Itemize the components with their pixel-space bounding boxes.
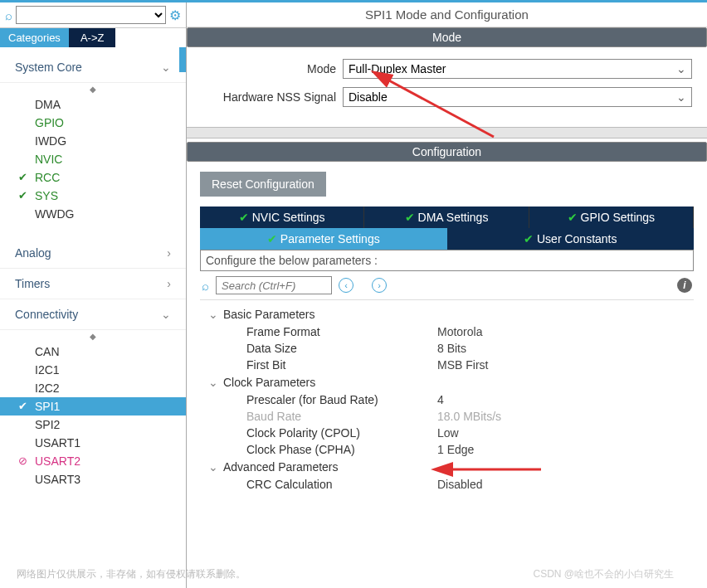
mode-bar: Mode	[187, 27, 707, 47]
ban-icon: ⊘	[18, 454, 27, 467]
tree-item-label: SYS	[35, 189, 58, 202]
chevron-down-icon: ⌄	[161, 308, 171, 321]
tab-categories[interactable]: Categories	[0, 28, 69, 47]
gear-icon[interactable]: ⚙	[169, 7, 181, 23]
tab-parameter[interactable]: ✔Parameter Settings	[200, 228, 447, 250]
check-icon: ✔	[267, 232, 277, 245]
config-body: Reset Configuration ✔NVIC Settings ✔DMA …	[187, 162, 707, 588]
scrollbar[interactable]	[179, 47, 186, 72]
main-panel: SPI1 Mode and Configuration Mode Mode Fu…	[187, 2, 707, 588]
tree-item-i2c2[interactable]: I2C2	[0, 379, 186, 397]
param-row[interactable]: First BitMSB First	[202, 357, 692, 373]
tab-user-constants[interactable]: ✔User Constants	[447, 228, 695, 250]
divider[interactable]	[187, 127, 707, 138]
collapse-icon: ⌄	[208, 308, 218, 321]
check-icon: ✔	[568, 211, 578, 224]
config-tabs: ✔NVIC Settings ✔DMA Settings ✔GPIO Setti…	[200, 207, 694, 250]
param-tree: ⌄Basic Parameters Frame FormatMotorola D…	[200, 300, 694, 498]
tree-item-dma[interactable]: DMA	[0, 95, 186, 114]
param-row[interactable]: Frame FormatMotorola	[202, 323, 692, 340]
tab-dma[interactable]: ✔DMA Settings	[364, 207, 529, 228]
param-row[interactable]: CRC CalculationDisabled	[202, 476, 692, 493]
check-icon: ✔	[405, 211, 415, 224]
nss-select[interactable]: Disable ⌄	[343, 87, 692, 107]
category-label: Analog	[15, 246, 51, 260]
category-label: Connectivity	[15, 308, 78, 321]
tab-nvic[interactable]: ✔NVIC Settings	[200, 207, 364, 228]
chevron-down-icon: ⌄	[676, 62, 686, 75]
tree: System Core ⌄ ◆ DMA GPIO IWDG NVIC ✔RCC …	[0, 47, 186, 588]
tree-item-nvic[interactable]: NVIC	[0, 150, 186, 168]
tree-item-i2c1[interactable]: I2C1	[0, 361, 186, 379]
tree-item-spi1[interactable]: ✔SPI1	[0, 397, 186, 415]
tree-item-iwdg[interactable]: IWDG	[0, 132, 186, 150]
watermark-right: CSDN @啥也不会的小白研究生	[533, 567, 674, 581]
search-dropdown[interactable]	[16, 6, 166, 24]
tree-item-usart1[interactable]: USART1	[0, 434, 186, 452]
mode-form: Mode Full-Duplex Master ⌄ Hardware NSS S…	[187, 47, 707, 127]
chevron-down-icon: ⌄	[161, 61, 171, 74]
collapse-icon: ⌄	[208, 376, 218, 389]
tree-item-wwdg[interactable]: WWDG	[0, 205, 186, 223]
next-button[interactable]: ›	[372, 278, 387, 293]
tree-item-label: RCC	[35, 171, 60, 184]
tree-item-usart3[interactable]: USART3	[0, 470, 186, 488]
collapse-icon: ⌄	[208, 460, 218, 474]
param-search-input[interactable]	[216, 276, 332, 294]
search-row: ⌕ ⚙	[0, 2, 186, 28]
config-bar: Configuration	[187, 142, 707, 162]
search-icon: ⌕	[5, 8, 12, 22]
param-row: Baud Rate18.0 MBits/s	[202, 408, 692, 425]
watermark-left: 网络图片仅供展示，非存储，如有侵权请联系删除。	[17, 567, 246, 581]
param-row[interactable]: Clock Phase (CPHA)1 Edge	[202, 441, 692, 458]
group-basic[interactable]: ⌄Basic Parameters	[202, 305, 692, 323]
param-row[interactable]: Prescaler (for Baud Rate)4	[202, 391, 692, 408]
mode-label: Mode	[202, 62, 343, 75]
nss-label: Hardware NSS Signal	[202, 90, 343, 104]
category-system-core[interactable]: System Core ⌄	[0, 52, 186, 83]
tree-item-sys[interactable]: ✔SYS	[0, 187, 186, 205]
select-value: Full-Duplex Master	[349, 62, 446, 75]
category-analog[interactable]: Analog ›	[0, 238, 186, 269]
tree-item-can[interactable]: CAN	[0, 343, 186, 361]
sidebar: ⌕ ⚙ Categories A->Z System Core ⌄ ◆ DMA …	[0, 2, 187, 588]
tree-item-usart2[interactable]: ⊘USART2	[0, 452, 186, 470]
tree-item-gpio[interactable]: GPIO	[0, 114, 186, 132]
config-hint: Configure the below parameters :	[200, 250, 694, 271]
chevron-down-icon: ⌄	[676, 90, 686, 104]
chevron-right-icon: ›	[167, 246, 171, 260]
param-search-row: ⌕ ‹ › i	[200, 271, 694, 300]
group-clock[interactable]: ⌄Clock Parameters	[202, 373, 692, 391]
prev-button[interactable]: ‹	[339, 278, 354, 293]
mode-select[interactable]: Full-Duplex Master ⌄	[343, 59, 692, 79]
check-icon: ✔	[18, 189, 27, 202]
view-tabs: Categories A->Z	[0, 28, 186, 47]
category-label: System Core	[15, 61, 82, 74]
category-label: Timers	[15, 277, 50, 290]
tab-gpio[interactable]: ✔GPIO Settings	[529, 207, 694, 228]
category-connectivity[interactable]: Connectivity ⌄	[0, 299, 186, 330]
group-advanced[interactable]: ⌄Advanced Parameters	[202, 458, 692, 476]
category-timers[interactable]: Timers ›	[0, 269, 186, 299]
reset-button[interactable]: Reset Configuration	[200, 172, 326, 197]
tree-item-rcc[interactable]: ✔RCC	[0, 168, 186, 187]
info-icon[interactable]: i	[677, 278, 692, 293]
tree-item-label: USART2	[35, 454, 80, 468]
check-icon: ✔	[18, 400, 27, 412]
sort-icon[interactable]: ◆	[0, 83, 186, 95]
search-icon: ⌕	[202, 279, 209, 293]
check-icon: ✔	[239, 211, 249, 224]
param-row[interactable]: Clock Polarity (CPOL)Low	[202, 425, 692, 441]
select-value: Disable	[349, 90, 388, 104]
tree-item-label: SPI1	[35, 400, 60, 413]
chevron-right-icon: ›	[167, 277, 171, 290]
check-icon: ✔	[18, 171, 27, 183]
param-row[interactable]: Data Size8 Bits	[202, 340, 692, 357]
panel-title: SPI1 Mode and Configuration	[187, 2, 707, 27]
sort-icon[interactable]: ◆	[0, 330, 186, 343]
tab-az[interactable]: A->Z	[69, 28, 116, 47]
check-icon: ✔	[524, 232, 534, 245]
tree-item-spi2[interactable]: SPI2	[0, 415, 186, 434]
